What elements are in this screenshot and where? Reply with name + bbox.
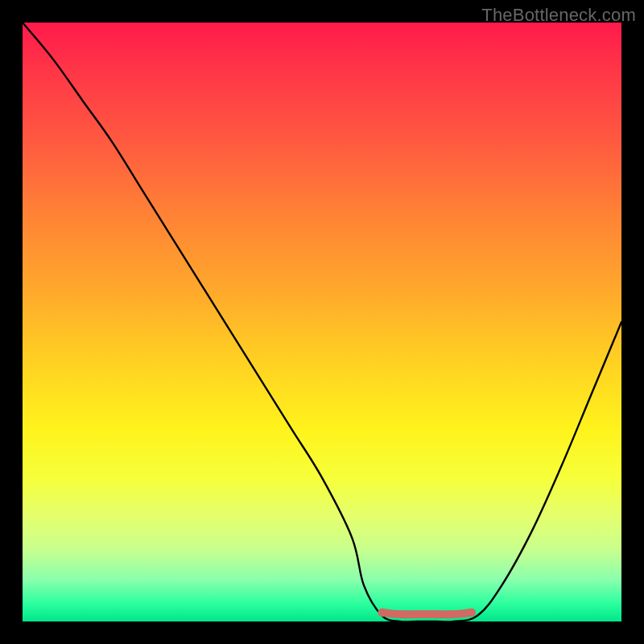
optimal-range-marker-line	[382, 613, 472, 614]
chart-svg	[23, 23, 621, 621]
chart-plot-area	[23, 23, 621, 621]
bottleneck-curve-line	[23, 23, 621, 622]
chart-frame: TheBottleneck.com	[0, 0, 644, 644]
